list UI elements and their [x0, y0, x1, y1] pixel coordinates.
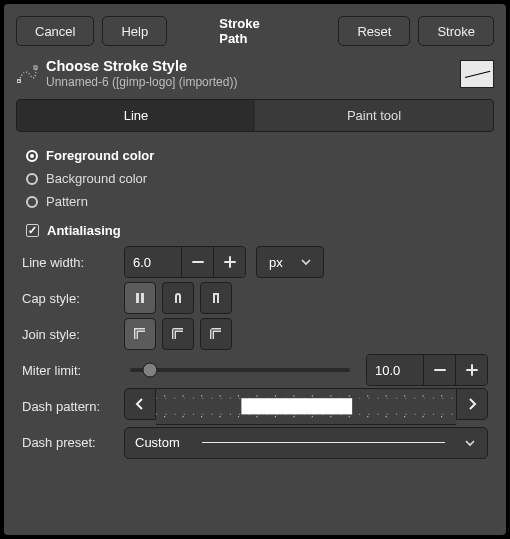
line-width-value[interactable]: 6.0 [125, 247, 181, 277]
radio-background-color[interactable]: Background color [26, 167, 488, 190]
join-miter-button[interactable] [124, 318, 156, 350]
radio-label: Pattern [46, 194, 88, 209]
dash-preset-select[interactable]: Custom [124, 427, 488, 459]
join-miter-icon [132, 326, 148, 342]
join-bevel-icon [208, 326, 224, 342]
dash-preset-preview-line [202, 442, 445, 443]
radio-icon [26, 173, 38, 185]
radio-pattern[interactable]: Pattern [26, 190, 488, 213]
plus-icon [224, 256, 236, 268]
dash-pattern-editor [124, 388, 488, 425]
dialog-topbar: Cancel Help Stroke Path Reset Stroke [16, 16, 494, 46]
line-options: Line width: 6.0 px Cap style: [16, 242, 494, 461]
label-dash-preset: Dash preset: [22, 435, 114, 450]
radio-foreground-color[interactable]: Foreground color [26, 144, 488, 167]
label-miter-limit: Miter limit: [22, 363, 114, 378]
join-bevel-button[interactable] [200, 318, 232, 350]
dash-pattern-canvas[interactable] [156, 388, 456, 425]
row-join-style: Join style: [22, 316, 488, 352]
stroke-sample-preview [460, 60, 494, 88]
slider-thumb[interactable] [142, 363, 157, 378]
cancel-button[interactable]: Cancel [16, 16, 94, 46]
miter-limit-decrement[interactable] [423, 355, 455, 385]
row-cap-style: Cap style: [22, 280, 488, 316]
unit-value: px [269, 255, 283, 270]
label-join-style: Join style: [22, 327, 114, 342]
color-source-radios: Foreground color Background color Patter… [16, 144, 494, 215]
cap-round-icon [170, 290, 186, 306]
line-width-decrement[interactable] [181, 247, 213, 277]
radio-label: Background color [46, 171, 147, 186]
dialog-window: Cancel Help Stroke Path Reset Stroke Cho… [4, 4, 506, 535]
toolbar-spacer [175, 16, 211, 46]
tab-paint-tool[interactable]: Paint tool [255, 100, 493, 131]
miter-limit-value[interactable]: 10.0 [367, 355, 423, 385]
cap-butt-button[interactable] [124, 282, 156, 314]
chevron-right-icon [465, 397, 479, 411]
reset-button[interactable]: Reset [338, 16, 410, 46]
help-button[interactable]: Help [102, 16, 167, 46]
label-line-width: Line width: [22, 255, 114, 270]
row-line-width: Line width: 6.0 px [22, 244, 488, 280]
miter-limit-increment[interactable] [455, 355, 487, 385]
checkbox-label: Antialiasing [47, 223, 121, 238]
join-round-icon [170, 326, 186, 342]
cap-square-button[interactable] [200, 282, 232, 314]
miter-limit-slider[interactable] [130, 368, 350, 372]
chevron-down-icon [299, 255, 313, 269]
header-subtitle: Unnamed-6 ([gimp-logo] (imported)) [46, 75, 452, 89]
minus-icon [192, 261, 204, 263]
radio-icon [26, 150, 38, 162]
radio-icon [26, 196, 38, 208]
cap-square-icon [208, 290, 224, 306]
line-width-spinner: 6.0 [124, 246, 246, 278]
dialog-title: Stroke Path [219, 16, 286, 46]
toolbar-spacer [294, 16, 330, 46]
svg-rect-3 [141, 293, 144, 303]
label-cap-style: Cap style: [22, 291, 114, 306]
row-miter-limit: Miter limit: 10.0 [22, 352, 488, 388]
cap-style-buttons [124, 282, 232, 314]
svg-rect-8 [241, 398, 352, 414]
dash-scroll-right[interactable] [456, 388, 488, 420]
join-round-button[interactable] [162, 318, 194, 350]
miter-limit-spinner: 10.0 [366, 354, 488, 386]
tab-line[interactable]: Line [17, 100, 255, 131]
svg-rect-1 [34, 66, 37, 69]
cap-round-button[interactable] [162, 282, 194, 314]
plus-icon [466, 364, 478, 376]
chevron-down-icon [463, 436, 477, 450]
line-width-unit-select[interactable]: px [256, 246, 324, 278]
radio-label: Foreground color [46, 148, 154, 163]
check-icon: ✓ [26, 224, 39, 237]
row-dash-pattern: Dash pattern: [22, 388, 488, 425]
svg-rect-2 [136, 293, 139, 303]
header-title: Choose Stroke Style [46, 58, 452, 74]
dialog-header: Choose Stroke Style Unnamed-6 ([gimp-log… [16, 58, 494, 89]
line-width-increment[interactable] [213, 247, 245, 277]
cap-butt-icon [132, 290, 148, 306]
path-icon [16, 63, 38, 85]
join-style-buttons [124, 318, 232, 350]
stroke-mode-tabs: Line Paint tool [16, 99, 494, 132]
chevron-left-icon [133, 397, 147, 411]
label-dash-pattern: Dash pattern: [22, 399, 114, 414]
antialiasing-checkbox[interactable]: ✓ Antialiasing [16, 219, 494, 242]
dash-scroll-left[interactable] [124, 388, 156, 420]
dash-preset-value: Custom [135, 435, 180, 450]
stroke-button[interactable]: Stroke [418, 16, 494, 46]
row-dash-preset: Dash preset: Custom [22, 425, 488, 461]
minus-icon [434, 369, 446, 371]
